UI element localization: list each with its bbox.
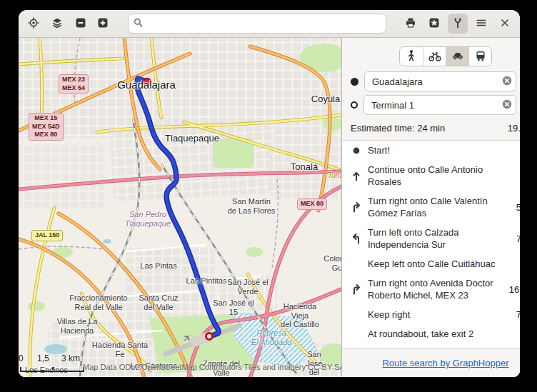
route-step-start[interactable]: Start! xyxy=(342,141,520,160)
zoom-in-icon xyxy=(97,17,109,31)
route-to-entry[interactable] xyxy=(363,95,516,115)
clear-to-button[interactable] xyxy=(502,99,512,111)
route-start-marker xyxy=(144,79,151,86)
route-sidebar: Estimated time: 24 min 19.6 km Start! Co… xyxy=(341,38,520,377)
estimated-time: Estimated time: 24 min xyxy=(351,123,445,134)
search-input[interactable] xyxy=(146,18,381,30)
current-location-icon xyxy=(28,17,39,31)
layers-button[interactable] xyxy=(47,14,67,34)
scale-label: 1,5 xyxy=(37,353,49,363)
primary-menu-button[interactable] xyxy=(471,14,491,34)
clear-icon xyxy=(502,76,512,88)
hamburger-menu-icon xyxy=(476,17,487,31)
gnome-maps-window: GuadalajaraTlaquepaqueTonaláCoyulaSan Ma… xyxy=(19,10,520,377)
close-window-button[interactable] xyxy=(495,14,515,34)
route-end-bullet xyxy=(351,101,358,109)
continue-straight-icon xyxy=(349,170,363,181)
route-step[interactable]: Continue onto Calle Antonio Rosales 11 m xyxy=(342,160,520,191)
route-step[interactable]: Turn right onto Calle Valentín Gómez Far… xyxy=(342,191,520,223)
clear-from-button[interactable] xyxy=(502,76,512,88)
route-from-row xyxy=(342,71,520,91)
current-location-button[interactable] xyxy=(24,14,44,34)
route-to-row xyxy=(342,95,520,115)
zoom-button-group xyxy=(71,14,113,34)
zoom-out-button[interactable] xyxy=(71,14,91,34)
mode-transit-tab[interactable] xyxy=(468,47,491,66)
map-canvas[interactable]: GuadalajaraTlaquepaqueTonaláCoyulaSan Ma… xyxy=(19,38,341,377)
graphhopper-link[interactable]: Route search by GraphHopper xyxy=(382,358,508,368)
transport-mode-tabs xyxy=(399,46,492,66)
route-step[interactable]: Turn left onto Calzada Independencia Sur… xyxy=(342,223,520,254)
route-step[interactable]: Turn right onto Avenida Doctor Roberto M… xyxy=(342,273,520,305)
route-summary: Estimated time: 24 min 19.6 km xyxy=(342,115,520,141)
headerbar xyxy=(19,10,520,38)
zoom-in-button[interactable] xyxy=(93,14,113,34)
map-scale: 0 1,5 3 km xyxy=(20,356,84,372)
mode-walk-tab[interactable] xyxy=(400,47,423,66)
map-attribution: Map Data ODbL OpenStreetMap Contributors… xyxy=(83,363,341,371)
scale-bar xyxy=(20,367,84,372)
bus-icon xyxy=(473,49,488,65)
route-from-entry[interactable] xyxy=(364,71,516,91)
search-icon xyxy=(133,17,144,31)
scale-label: 0 xyxy=(19,353,24,363)
close-icon xyxy=(499,17,511,31)
turn-right-icon xyxy=(349,283,363,295)
print-icon xyxy=(405,17,416,31)
car-icon xyxy=(451,49,465,65)
print-route-button[interactable] xyxy=(401,14,421,34)
favorites-star-icon xyxy=(428,17,440,31)
route-instructions-list: Start! Continue onto Calle Antonio Rosal… xyxy=(342,141,520,348)
route-step[interactable]: Keep left onto Calle Cuitláhuac 25 m xyxy=(342,254,520,273)
turn-right-icon xyxy=(349,201,363,213)
route-step[interactable]: Keep right 761 m xyxy=(342,305,520,324)
clear-icon xyxy=(502,99,512,111)
scale-label: 3 km xyxy=(61,353,80,363)
turn-left-icon xyxy=(349,233,363,244)
search-entry[interactable] xyxy=(128,14,386,34)
map-graphics xyxy=(19,38,341,377)
route-from-input[interactable] xyxy=(371,76,499,88)
layers-icon xyxy=(51,17,63,31)
favorites-button[interactable] xyxy=(424,14,444,34)
start-dot-icon xyxy=(349,145,363,156)
route-toggle-button[interactable] xyxy=(448,14,468,34)
mode-car-tab[interactable] xyxy=(446,47,468,66)
route-start-bullet xyxy=(351,78,358,86)
mode-bike-tab[interactable] xyxy=(423,47,446,66)
bicycle-icon xyxy=(428,49,442,65)
route-step[interactable]: At roundabout, take exit 2 xyxy=(342,324,520,343)
screenshot-background: { "header": { "search": {"value": "", "p… xyxy=(0,0,537,392)
route-end-marker xyxy=(206,333,213,340)
pedestrian-icon xyxy=(404,49,418,65)
sidebar-footer: Route search by GraphHopper xyxy=(342,348,520,377)
zoom-out-icon xyxy=(75,17,86,31)
route-icon xyxy=(452,17,463,31)
route-to-input[interactable] xyxy=(370,99,499,111)
total-distance: 19.6 km xyxy=(508,123,520,134)
